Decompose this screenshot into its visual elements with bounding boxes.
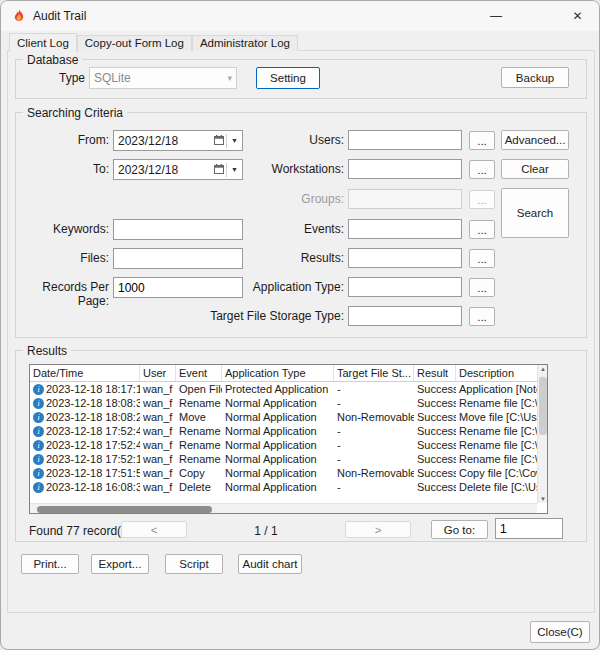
setting-button[interactable]: Setting — [256, 67, 320, 89]
table-cell: Normal Application — [222, 466, 334, 480]
column-header[interactable]: Description — [456, 365, 548, 381]
goto-page-input[interactable] — [495, 518, 563, 539]
keywords-label: Keywords: — [9, 222, 109, 236]
script-button[interactable]: Script — [165, 554, 223, 574]
table-row[interactable]: i2023-12-18 17:52:11wan_fRenameNormal Ap… — [30, 452, 547, 466]
table-cell: Rename file [C:\Coworkshop\ — [456, 424, 548, 438]
table-cell: Success — [414, 452, 456, 466]
table-cell: - — [334, 382, 414, 396]
records-per-page-label: Records Per Page: — [9, 280, 109, 308]
table-cell: i2023-12-18 18:08:39 — [30, 396, 140, 410]
minimize-button[interactable]: — — [473, 1, 519, 31]
table-cell: i2023-12-18 16:08:37 — [30, 480, 140, 494]
column-header[interactable]: Date/Time — [30, 365, 140, 381]
column-header[interactable]: Application Type — [222, 365, 334, 381]
workstations-browse-button[interactable]: ... — [469, 160, 495, 179]
application-type-input[interactable] — [348, 277, 462, 297]
info-icon: i — [33, 468, 44, 479]
to-date-value: 2023/12/18 — [118, 163, 214, 177]
db-type-select: SQLite ▾ — [89, 67, 237, 89]
table-cell: Normal Application — [222, 480, 334, 494]
table-cell: - — [334, 424, 414, 438]
table-cell: wan_f — [140, 396, 176, 410]
table-row[interactable]: i2023-12-18 17:51:52wan_fCopyNormal Appl… — [30, 466, 547, 480]
table-row[interactable]: i2023-12-18 16:08:37wan_fDeleteNormal Ap… — [30, 480, 547, 494]
table-cell: Rename — [176, 438, 222, 452]
clear-button[interactable]: Clear — [501, 159, 569, 179]
advanced-button[interactable]: Advanced... — [501, 130, 569, 150]
table-cell: Normal Application — [222, 452, 334, 466]
column-header[interactable]: User — [140, 365, 176, 381]
application-type-browse-button[interactable]: ... — [469, 278, 495, 297]
table-cell: wan_f — [140, 480, 176, 494]
table-cell: - — [334, 396, 414, 410]
close-button[interactable]: Close(C) — [530, 621, 590, 643]
results-browse-button[interactable]: ... — [469, 249, 495, 268]
table-cell: Move — [176, 410, 222, 424]
export-button[interactable]: Export... — [91, 554, 149, 574]
audit-chart-button[interactable]: Audit chart — [238, 554, 302, 574]
table-cell: i2023-12-18 18:08:27 — [30, 410, 140, 424]
next-page-button[interactable]: > — [345, 521, 411, 538]
groups-input — [348, 189, 462, 209]
table-cell: Copy — [176, 466, 222, 480]
print-button[interactable]: Print... — [21, 554, 79, 574]
column-header[interactable]: Target File St... — [334, 365, 414, 381]
results-table-header: Date/TimeUserEventApplication TypeTarget… — [30, 365, 547, 382]
table-cell: Normal Application — [222, 438, 334, 452]
results-group-label: Results — [23, 344, 71, 358]
search-button[interactable]: Search — [501, 188, 569, 238]
events-browse-button[interactable]: ... — [469, 220, 495, 239]
column-header[interactable]: Result — [414, 365, 456, 381]
table-cell: wan_f — [140, 438, 176, 452]
table-cell: Normal Application — [222, 396, 334, 410]
searching-criteria-label: Searching Criteria — [23, 106, 127, 120]
tab-administrator-log[interactable]: Administrator Log — [192, 35, 298, 51]
table-cell: Rename file [C:\Coworkshop\ — [456, 438, 548, 452]
goto-button[interactable]: Go to: — [431, 520, 488, 539]
vertical-scrollbar-thumb[interactable] — [539, 377, 547, 435]
database-group-label: Database — [23, 53, 82, 67]
table-row[interactable]: i2023-12-18 18:08:39wan_fRenameNormal Ap… — [30, 396, 547, 410]
table-cell: - — [334, 480, 414, 494]
close-icon[interactable]: ✕ — [554, 1, 600, 31]
tab-client-log[interactable]: Client Log — [9, 33, 77, 52]
tab-copy-out-form-log[interactable]: Copy-out Form Log — [77, 35, 192, 51]
target-file-storage-type-browse-button[interactable]: ... — [469, 307, 495, 326]
audit-trail-window: Audit Trail — ✕ Client Log Copy-out Form… — [0, 0, 600, 650]
target-file-storage-type-input[interactable] — [348, 306, 462, 326]
backup-button[interactable]: Backup — [501, 67, 569, 88]
workstations-label: Workstations: — [201, 162, 344, 176]
table-row[interactable]: i2023-12-18 18:17:10wan_fOpen FileProtec… — [30, 382, 547, 396]
horizontal-scrollbar-thumb[interactable] — [37, 506, 212, 513]
table-cell: Success — [414, 466, 456, 480]
table-row[interactable]: i2023-12-18 18:08:27wan_fMoveNormal Appl… — [30, 410, 547, 424]
info-icon: i — [33, 426, 44, 437]
table-cell: Copy file [C:\Coworkshop\BU — [456, 466, 548, 480]
groups-label: Groups: — [201, 192, 344, 206]
workstations-input[interactable] — [348, 159, 462, 179]
table-cell: Application [Notepad] open fil — [456, 382, 548, 396]
groups-browse-button: ... — [469, 190, 495, 209]
scroll-down-icon[interactable]: ▼ — [538, 496, 548, 502]
table-row[interactable]: i2023-12-18 17:52:42wan_fRenameNormal Ap… — [30, 438, 547, 452]
application-type-label: Application Type: — [201, 280, 344, 294]
users-browse-button[interactable]: ... — [469, 131, 495, 150]
previous-page-button[interactable]: < — [121, 521, 187, 538]
results-input[interactable] — [348, 248, 462, 268]
column-header[interactable]: Event — [176, 365, 222, 381]
datetime-text: 2023-12-18 17:51:52 — [46, 467, 140, 479]
scroll-up-icon[interactable]: ▲ — [538, 366, 548, 372]
table-row[interactable]: i2023-12-18 17:52:47wan_fRenameNormal Ap… — [30, 424, 547, 438]
table-cell: i2023-12-18 17:52:42 — [30, 438, 140, 452]
vertical-scrollbar[interactable]: ▲ ▼ — [537, 365, 547, 503]
app-flame-icon — [11, 8, 27, 24]
to-label: To: — [9, 162, 109, 176]
horizontal-scrollbar[interactable] — [30, 503, 537, 513]
table-cell: Open File — [176, 382, 222, 396]
datetime-text: 2023-12-18 17:52:42 — [46, 439, 140, 451]
events-input[interactable] — [348, 219, 462, 239]
users-input[interactable] — [348, 130, 462, 150]
table-cell: Success — [414, 382, 456, 396]
from-date-value: 2023/12/18 — [118, 134, 214, 148]
